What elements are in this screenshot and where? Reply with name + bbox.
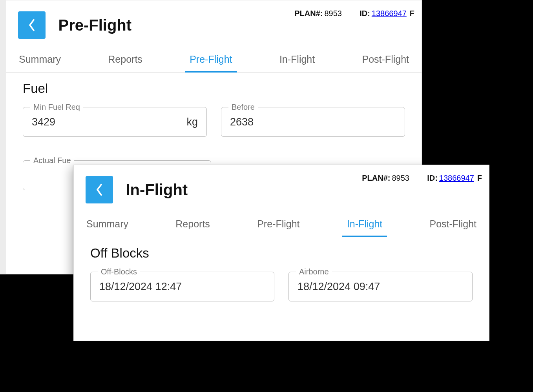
meta-trailing: F (477, 174, 482, 182)
unit-min-fuel-req: kg (186, 116, 198, 128)
label-before: Before (228, 103, 258, 112)
id-label: ID (360, 9, 367, 18)
meta-trailing: F (410, 9, 414, 18)
tab-post-flight[interactable]: Post-Flight (429, 216, 477, 237)
tabs-in: Summary Reports Pre-Flight In-Flight Pos… (74, 207, 489, 237)
tab-reports[interactable]: Reports (175, 216, 211, 237)
tab-post-flight[interactable]: Post-Flight (361, 51, 410, 72)
tab-pre-flight[interactable]: Pre-Flight (256, 216, 300, 237)
tab-summary[interactable]: Summary (18, 51, 62, 72)
id-link[interactable]: 13866947 (439, 174, 474, 182)
plan-label: PLAN# (294, 9, 320, 18)
value-before: 2638 (230, 116, 396, 128)
header-meta: PLAN#:8953 ID:13866947F (362, 174, 482, 183)
header-meta: PLAN#:8953 ID:13866947F (294, 9, 414, 18)
tabs-pre: Summary Reports Pre-Flight In-Flight Pos… (6, 43, 422, 73)
panel-in-header: In-Flight PLAN#:8953 ID:13866947F (74, 165, 489, 207)
label-actual-fuel: Actual Fue (30, 156, 74, 165)
label-off-blocks: Off-Blocks (98, 267, 140, 276)
tab-in-flight[interactable]: In-Flight (346, 216, 383, 237)
label-airborne: Airborne (296, 267, 332, 276)
page-title: Pre-Flight (58, 16, 131, 34)
back-button[interactable] (86, 176, 113, 203)
section-title-fuel: Fuel (23, 81, 405, 96)
tab-in-flight[interactable]: In-Flight (279, 51, 316, 72)
section-title-offblocks: Off Blocks (90, 246, 473, 261)
panel-pre-header: Pre-Flight PLAN#:8953 ID:13866947F (6, 0, 422, 43)
tab-summary[interactable]: Summary (86, 216, 129, 237)
tab-reports[interactable]: Reports (107, 51, 143, 72)
back-button[interactable] (18, 11, 46, 39)
panel-in-flight: In-Flight PLAN#:8953 ID:13866947F Summar… (73, 165, 489, 341)
value-airborne: 18/12/2024 09:47 (298, 281, 464, 293)
chevron-left-icon (95, 183, 103, 196)
field-airborne[interactable]: Airborne 18/12/2024 09:47 (288, 272, 473, 301)
value-off-blocks: 18/12/2024 12:47 (99, 281, 265, 293)
id-link[interactable]: 13866947 (372, 9, 407, 18)
field-min-fuel-req[interactable]: Min Fuel Req 3429 kg (23, 107, 207, 137)
stage: Pre-Flight PLAN#:8953 ID:13866947F Summa… (0, 0, 533, 392)
tab-pre-flight[interactable]: Pre-Flight (189, 51, 233, 72)
fuel-row-1: Min Fuel Req 3429 kg Before 2638 (23, 107, 405, 137)
field-before[interactable]: Before 2638 (221, 107, 405, 137)
offblocks-row: Off-Blocks 18/12/2024 12:47 Airborne 18/… (90, 272, 473, 301)
value-min-fuel-req: 3429 (32, 116, 183, 128)
plan-value: 8953 (392, 174, 410, 182)
field-off-blocks[interactable]: Off-Blocks 18/12/2024 12:47 (90, 272, 274, 301)
page-title: In-Flight (126, 181, 188, 199)
id-label: ID (427, 174, 435, 182)
in-content: Off Blocks Off-Blocks 18/12/2024 12:47 A… (74, 237, 489, 334)
chevron-left-icon (28, 19, 36, 31)
plan-label: PLAN# (362, 174, 388, 182)
plan-value: 8953 (325, 9, 342, 18)
label-min-fuel-req: Min Fuel Req (30, 103, 83, 112)
